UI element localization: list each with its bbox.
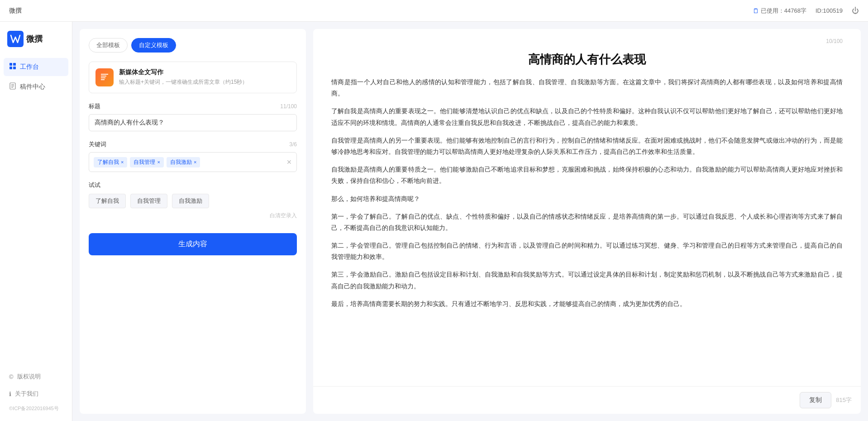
logo-icon [7, 31, 24, 47]
keywords-clear-button[interactable]: ✕ [286, 158, 292, 166]
sidebar-item-about-label: 关于我们 [15, 390, 38, 398]
keywords-count: 3/6 [289, 141, 297, 148]
svg-rect-0 [10, 63, 12, 66]
title-label: 标题 [89, 102, 100, 110]
sidebar-item-drafts-label: 稿件中心 [20, 83, 45, 91]
generate-button[interactable]: 生成内容 [89, 233, 297, 255]
clear-link[interactable]: 白清空录入 [89, 212, 297, 220]
preview-para-5: 那么，如何培养和提高情商呢？ [331, 193, 843, 205]
document-icon: 🗒 [753, 7, 759, 14]
left-panel: ◀ 全部模板 自定义模板 新媒体全文写作 输入标题+关键词，一键准确生成所需文章… [80, 29, 306, 414]
preview-header: 10/100 [313, 29, 861, 44]
copy-button[interactable]: 复制 [800, 392, 831, 408]
topbar-usage: 🗒 已使用：44768字 [753, 7, 806, 15]
try-tag-2[interactable]: 自我管理 [130, 194, 167, 208]
topbar-right: 🗒 已使用：44768字 ID:100519 ⏻ [753, 7, 859, 15]
main-layout: 微撰 工作台 [0, 22, 868, 421]
template-tabs: 全部模板 自定义模板 [89, 38, 297, 53]
topbar-id: ID:100519 [816, 7, 843, 14]
icp-text: ©ICP备2022016945号 [4, 403, 68, 414]
preview-content: 情商是指一个人对自己和他人的感情的认知和管理能力，包括了解自我、自我管理、自我激… [313, 77, 861, 386]
preview-para-2: 了解自我是高情商人的重要表现之一。他们能够清楚地认识自己的优点和缺点，以及自己的… [331, 105, 843, 128]
drafts-icon [9, 82, 16, 91]
preview-para-7: 第二，学会管理自己。管理自己包括控制自己的情绪、行为和言语，以及管理自己的时间和… [331, 240, 843, 263]
keyword-tag-1-text: 了解自我 [97, 158, 119, 166]
preview-footer: 复制 815字 [313, 386, 861, 414]
power-icon[interactable]: ⏻ [852, 7, 859, 15]
keyword-tag-3-text: 自我激励 [170, 158, 192, 166]
template-card[interactable]: 新媒体全文写作 输入标题+关键词，一键准确生成所需文章（约15秒） [89, 62, 297, 93]
template-info: 新媒体全文写作 输入标题+关键词，一键准确生成所需文章（约15秒） [119, 68, 290, 86]
title-input[interactable] [89, 114, 297, 131]
tab-custom-templates[interactable]: 自定义模板 [131, 38, 176, 53]
preview-para-8: 第三，学会激励自己。激励自己包括设定目标和计划、自我激励和自我奖励等方式。可以通… [331, 269, 843, 292]
title-count: 11/100 [280, 103, 297, 110]
try-tags: 了解自我 自我管理 自我激励 [89, 194, 297, 208]
try-tag-1[interactable]: 了解自我 [89, 194, 126, 208]
preview-para-1: 情商是指一个人对自己和他人的感情的认知和管理能力，包括了解自我、自我管理、自我激… [331, 77, 843, 99]
logo-area: 微撰 [0, 31, 72, 58]
sidebar-item-workbench[interactable]: 工作台 [4, 58, 68, 76]
preview-page-count: 10/100 [826, 38, 843, 44]
keyword-tag-3[interactable]: 自我激励 × [167, 157, 200, 167]
keyword-tag-2[interactable]: 自我管理 × [130, 157, 163, 167]
preview-para-9: 最后，培养高情商需要长期的努力和实践。只有通过不断地学习、反思和实践，才能够提高… [331, 298, 843, 310]
template-icon [95, 68, 114, 86]
sidebar-item-drafts[interactable]: 稿件中心 [4, 78, 68, 96]
sidebar-item-copyright-label: 版权说明 [17, 373, 41, 381]
try-tag-3[interactable]: 自我激励 [172, 194, 209, 208]
preview-title: 高情商的人有什么表现 [331, 52, 843, 67]
svg-rect-3 [13, 67, 16, 69]
template-desc: 输入标题+关键词，一键准确生成所需文章（约15秒） [119, 78, 290, 86]
preview-para-6: 第一，学会了解自己。了解自己的优点、缺点、个性特质和偏好，以及自己的情感状态和情… [331, 211, 843, 234]
try-section: 试试 了解自我 自我管理 自我激励 白清空录入 [89, 181, 297, 220]
template-name: 新媒体全文写作 [119, 68, 290, 77]
preview-title-area: 高情商的人有什么表现 [313, 44, 861, 77]
right-panel: 10/100 高情商的人有什么表现 情商是指一个人对自己和他人的感情的认知和管理… [313, 29, 861, 414]
preview-para-4: 自我激励是高情商人的重要特质之一。他们能够激励自己不断地追求目标和梦想，克服困难… [331, 164, 843, 187]
sidebar-item-copyright[interactable]: © 版权说明 [4, 369, 68, 384]
topbar: 微撰 🗒 已使用：44768字 ID:100519 ⏻ [0, 0, 868, 22]
keyword-tag-2-remove[interactable]: × [157, 159, 160, 165]
sidebar-nav: 工作台 稿件中心 [0, 58, 72, 96]
svg-rect-2 [10, 67, 12, 69]
sidebar-item-workbench-label: 工作台 [20, 63, 39, 71]
sidebar-item-about[interactable]: ℹ 关于我们 [4, 386, 68, 402]
keyword-tag-2-text: 自我管理 [134, 158, 155, 166]
keyword-tag-1-remove[interactable]: × [121, 159, 124, 165]
keywords-box[interactable]: 了解自我 × 自我管理 × 自我激励 × ✕ [89, 152, 297, 172]
usage-text: 已使用：44768字 [761, 7, 806, 15]
copyright-icon: © [9, 373, 14, 380]
try-label: 试试 [89, 181, 297, 189]
sidebar-bottom: © 版权说明 ℹ 关于我们 ©ICP备2022016945号 [0, 369, 72, 421]
logo-text: 微撰 [26, 33, 43, 44]
topbar-title: 微撰 [9, 7, 22, 15]
keyword-tag-3-remove[interactable]: × [194, 159, 196, 165]
workbench-icon [9, 62, 16, 72]
keyword-tag-1[interactable]: 了解自我 × [94, 157, 127, 167]
title-section: 标题 11/100 [89, 102, 297, 131]
tab-all-templates[interactable]: 全部模板 [89, 38, 128, 53]
word-count: 815字 [836, 396, 852, 404]
keywords-section: 关键词 3/6 了解自我 × 自我管理 × 自我激励 × [89, 140, 297, 172]
keywords-label: 关键词 [89, 140, 106, 148]
preview-para-3: 自我管理是高情商人的另一个重要表现。他们能够有效地控制自己的言行和行为，控制自己… [331, 135, 843, 158]
svg-rect-1 [13, 63, 16, 66]
keywords-label-row: 关键词 3/6 [89, 140, 297, 148]
title-label-row: 标题 11/100 [89, 102, 297, 110]
content-area: ◀ 全部模板 自定义模板 新媒体全文写作 输入标题+关键词，一键准确生成所需文章… [72, 22, 868, 421]
info-icon: ℹ [9, 391, 11, 397]
sidebar: 微撰 工作台 [0, 22, 72, 421]
